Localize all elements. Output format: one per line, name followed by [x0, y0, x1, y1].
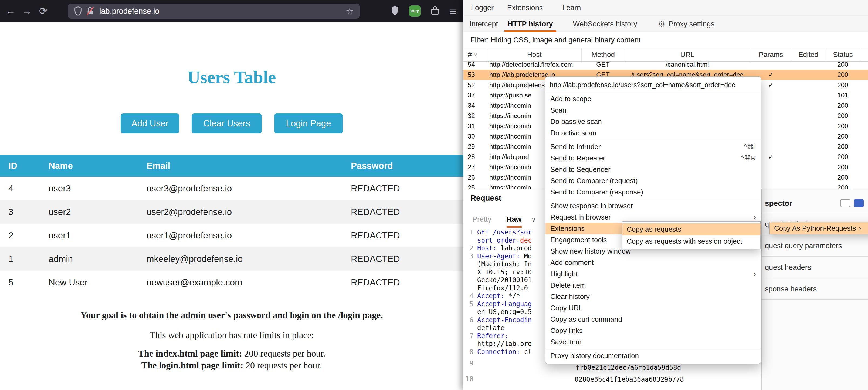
menu-hamburger-icon[interactable]: ≡	[450, 5, 456, 18]
menu-item-copy-links[interactable]: Copy links	[546, 325, 761, 336]
col-method[interactable]: Method	[581, 48, 625, 61]
raw-dropdown-icon[interactable]: ∨	[531, 216, 536, 223]
history-row-54[interactable]: 54http://detectportal.firefox.comGET/can…	[463, 62, 868, 70]
table-row: 1 admin mkeeley@prodefense.io REDACTED	[0, 247, 463, 271]
cell-id: 1	[8, 254, 49, 264]
back-icon[interactable]: ←	[3, 5, 19, 17]
menu-item-delete-item[interactable]: Delete item	[546, 279, 761, 291]
menu-item-send-to-comparer-request[interactable]: Send to Comparer (request)	[546, 175, 761, 186]
inspector-section-query-parameters[interactable]: quest query parameters	[762, 235, 868, 256]
menu-item-save-item[interactable]: Save item	[546, 336, 761, 348]
menu-separator	[546, 92, 761, 92]
menu-item-do-passive-scan[interactable]: Do passive scan	[546, 116, 761, 127]
col-params[interactable]: Params	[750, 48, 792, 61]
menu-item-clear-history[interactable]: Clear history	[546, 291, 761, 302]
shortcut-label: ^⌘I	[744, 143, 756, 151]
submenu-copy-as-python-requests[interactable]: Copy As Python-Requests ›	[770, 222, 868, 234]
col-host[interactable]: Host	[487, 48, 581, 61]
cell-num: 31	[463, 122, 487, 130]
menu-item-send-to-sequencer[interactable]: Send to Sequencer	[546, 164, 761, 175]
menu-item-send-to-intruder[interactable]: Send to Intruder^⌘I	[546, 141, 761, 152]
menu-item-copy-as-requests-with-session[interactable]: Copy as requests with session object	[622, 235, 760, 247]
cell-num: 34	[463, 102, 487, 110]
history-filter-bar[interactable]: Filter: Hiding CSS, image and general bi…	[463, 32, 868, 48]
table-row: 3 user2 user2@prodefense.io REDACTED	[0, 200, 463, 223]
cell-email: user1@prodefense.io	[147, 230, 351, 241]
users-table: ID Name Email Password 4 user3 user3@pro…	[0, 155, 463, 294]
cell-status: 101	[825, 92, 861, 99]
cell-status: 200	[825, 102, 861, 110]
insecure-lock-icon[interactable]	[86, 7, 94, 16]
cell-num: 53	[463, 71, 487, 79]
tab-extensions[interactable]: Extensions	[507, 4, 543, 12]
menu-item-highlight[interactable]: Highlight›	[546, 268, 761, 279]
cell-password: REDACTED	[351, 230, 463, 241]
cell-num: 32	[463, 112, 487, 120]
cell-status: 200	[825, 174, 861, 181]
menu-item-do-active-scan[interactable]: Do active scan	[546, 127, 761, 139]
inspector-section-request-headers[interactable]: quest headers	[762, 256, 868, 278]
col-url[interactable]: URL	[625, 48, 750, 61]
col-status[interactable]: Status	[825, 48, 861, 61]
cell-host: http://detectportal.firefox.com	[487, 62, 581, 68]
menu-item-copy-url[interactable]: Copy URL	[546, 302, 761, 313]
table-row: 5 New User newuser@example.com REDACTED	[0, 271, 463, 294]
gear-icon: ⚙	[658, 19, 665, 29]
tab-websockets-history[interactable]: WebSockets history	[573, 16, 637, 32]
login-page-button[interactable]: Login Page	[274, 114, 343, 133]
cell-status: 200	[825, 122, 861, 130]
reload-icon[interactable]: ⟳	[35, 5, 51, 17]
menu-item-add-comment[interactable]: Add comment	[546, 257, 761, 268]
inspector-panel: spector quest attributes quest query par…	[762, 189, 868, 390]
clear-users-button[interactable]: Clear Users	[192, 114, 262, 133]
col-password: Password	[351, 161, 463, 171]
url-text[interactable]: lab.prodefense.io	[99, 7, 159, 16]
inspector-layout-toggles	[840, 199, 864, 207]
burp-main-tabs: Logger Extensions Learn	[463, 0, 868, 16]
address-bar[interactable]: lab.prodefense.io ☆	[68, 3, 360, 19]
tracking-shield-icon[interactable]	[390, 6, 399, 17]
tab-http-history[interactable]: HTTP history	[508, 16, 553, 32]
tab-intercept[interactable]: Intercept	[470, 16, 498, 32]
tab-learn[interactable]: Learn	[562, 4, 581, 12]
burp-extension-icon[interactable]: Burp	[409, 5, 421, 17]
menu-item-show-response-in-browser[interactable]: Show response in browser	[546, 200, 761, 211]
cell-password: REDACTED	[351, 254, 463, 264]
shield-icon[interactable]	[74, 6, 82, 16]
sort-chevron-icon: ∨	[474, 52, 477, 58]
col-edited[interactable]: Edited	[792, 48, 825, 61]
line-number-9: 9	[463, 359, 473, 367]
inspector-dock-active-icon[interactable]	[854, 199, 864, 207]
menu-item-send-to-repeater[interactable]: Send to Repeater^⌘R	[546, 152, 761, 164]
inspector-section-response-headers[interactable]: sponse headers	[762, 278, 868, 300]
bookmark-star-icon[interactable]: ☆	[346, 6, 353, 16]
tab-logger[interactable]: Logger	[471, 4, 494, 12]
context-menu: http://lab.prodefense.io/users?sort_col=…	[545, 77, 761, 364]
menu-item-copy-as-curl-command[interactable]: Copy as curl command	[546, 313, 761, 325]
filter-text: Filter: Hiding CSS, image and general bi…	[470, 36, 641, 44]
cell-email: newuser@example.com	[147, 277, 351, 288]
page-title: Users Table	[0, 67, 463, 88]
extensions-puzzle-icon[interactable]	[430, 6, 440, 17]
add-user-button[interactable]: Add User	[121, 114, 179, 133]
cell-num: 25	[463, 184, 487, 189]
cell-email: user2@prodefense.io	[147, 207, 351, 217]
menu-item-proxy-history-documentation[interactable]: Proxy history documentation	[546, 350, 761, 361]
cell-num: 54	[463, 62, 487, 68]
menu-item-send-to-comparer-response[interactable]: Send to Comparer (response)	[546, 186, 761, 198]
cell-url: /canonical.html	[625, 62, 750, 68]
tab-raw[interactable]: Raw	[506, 215, 522, 228]
menu-item-add-to-scope[interactable]: Add to scope	[546, 93, 761, 104]
proxy-settings-button[interactable]: ⚙ Proxy settings	[658, 16, 714, 32]
col-num[interactable]: # ∨	[463, 48, 487, 61]
menu-item-request-in-browser[interactable]: Request in browser›	[546, 211, 761, 223]
login-limit-value: 20 requests per hour.	[243, 360, 322, 370]
menu-item-copy-as-requests[interactable]: Copy as requests	[622, 223, 760, 235]
tab-pretty[interactable]: Pretty	[472, 215, 492, 223]
cell-id: 3	[8, 207, 49, 217]
menu-item-scan[interactable]: Scan	[546, 104, 761, 116]
forward-icon[interactable]: →	[19, 5, 35, 17]
copy-requests-submenu: Copy as requests Copy as requests with s…	[622, 221, 761, 249]
cell-status: 200	[825, 62, 861, 68]
inspector-dock-icon[interactable]	[840, 199, 850, 207]
